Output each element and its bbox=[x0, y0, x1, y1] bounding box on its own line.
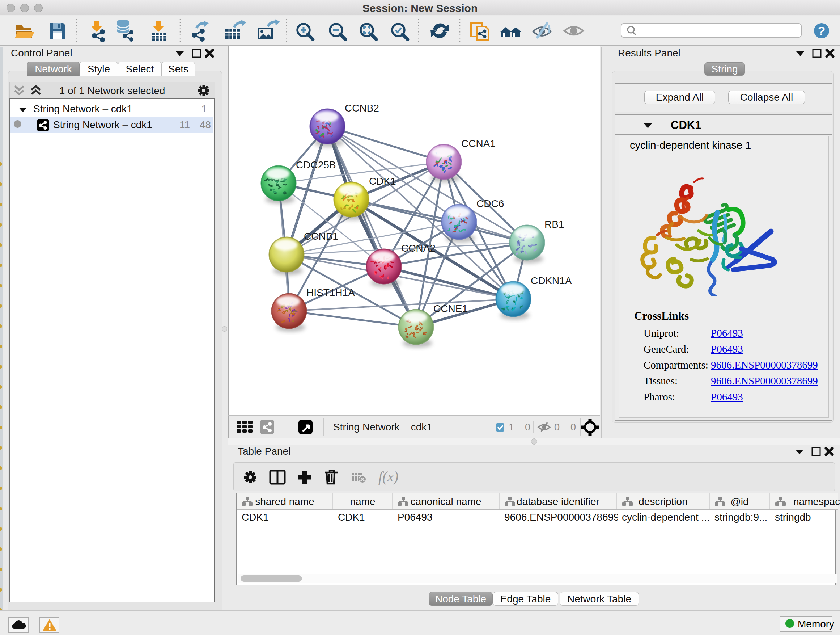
svg-text:CDK1: CDK1 bbox=[369, 176, 396, 187]
svg-text:String Network – cdk1: String Network – cdk1 bbox=[333, 421, 432, 432]
svg-text:CCNB1: CCNB1 bbox=[304, 231, 338, 242]
svg-text:CCNA2: CCNA2 bbox=[401, 242, 436, 254]
svg-text:CDC6: CDC6 bbox=[477, 198, 504, 209]
svg-text:RB1: RB1 bbox=[545, 219, 564, 230]
svg-text:1 – 0: 1 – 0 bbox=[508, 422, 531, 432]
svg-text:f(x): f(x) bbox=[378, 469, 399, 485]
svg-text:CDKN1A: CDKN1A bbox=[531, 275, 572, 287]
svg-text:CCNE1: CCNE1 bbox=[433, 303, 468, 314]
svg-text:CCNA1: CCNA1 bbox=[461, 138, 496, 149]
svg-text:0 – 0: 0 – 0 bbox=[554, 422, 576, 432]
svg-text:?: ? bbox=[818, 24, 826, 38]
svg-text:CCNB2: CCNB2 bbox=[345, 103, 379, 114]
svg-text:HIST1H1A: HIST1H1A bbox=[306, 287, 355, 298]
svg-text:CDC25B: CDC25B bbox=[296, 159, 336, 171]
